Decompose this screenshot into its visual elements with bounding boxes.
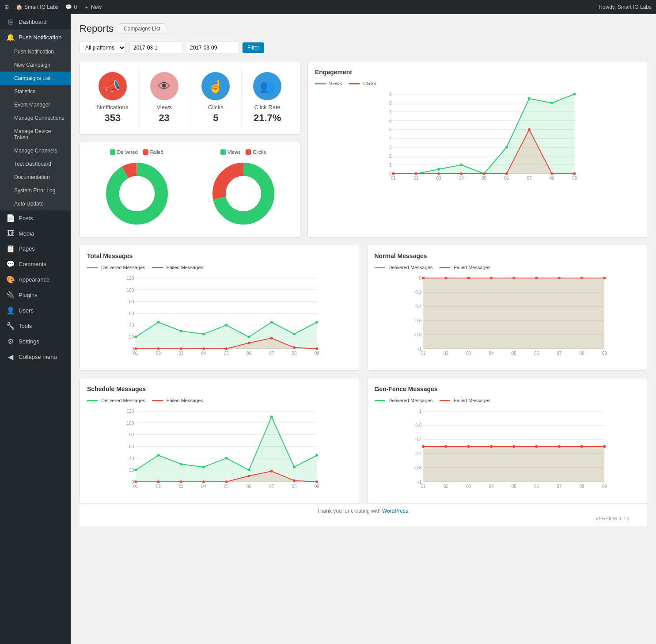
- notifications-icon: 📣: [99, 72, 127, 100]
- sidebar-item-campaigns-list[interactable]: Campaigns List: [0, 72, 71, 85]
- donut-delivered-legend: Delivered Failed: [87, 149, 186, 155]
- sidebar-item-collapse[interactable]: ◀ Collapse menu: [0, 349, 71, 365]
- click-rate-icon: 👥: [253, 72, 281, 100]
- svg-text:05: 05: [224, 351, 229, 356]
- donut-delivered: Delivered Failed: [87, 149, 186, 230]
- comments-icon: 💬: [6, 260, 15, 268]
- svg-point-86: [293, 333, 296, 335]
- sidebar-item-pages[interactable]: 📋 Pages: [0, 241, 71, 256]
- metric-notifications: 📣 Notifications 353: [87, 69, 139, 127]
- svg-text:08: 08: [579, 484, 584, 489]
- sidebar-item-dashboard[interactable]: ⊞ Dashboard: [0, 14, 71, 30]
- svg-point-2: [119, 176, 155, 211]
- svg-point-41: [505, 146, 508, 149]
- svg-point-170: [293, 466, 296, 469]
- site-name[interactable]: 🏠 Smart IO Labs: [16, 4, 58, 10]
- wordpress-link[interactable]: WordPress: [382, 508, 408, 514]
- sidebar-item-auto-update[interactable]: Auto Update: [0, 197, 71, 210]
- bell-icon: 🔔: [6, 33, 15, 42]
- sidebar-item-push-notification-parent[interactable]: 🔔 Push Notification: [0, 30, 71, 45]
- svg-point-97: [315, 347, 318, 350]
- sidebar-item-manage-connections[interactable]: Manage Connections: [0, 111, 71, 125]
- normal-messages-card: Normal Messages Delivered Messages Faile…: [367, 245, 648, 371]
- sidebar-item-posts[interactable]: 📄 Posts: [0, 210, 71, 226]
- sidebar-item-comments[interactable]: 💬 Comments: [0, 256, 71, 272]
- sidebar-item-media[interactable]: 🖼 Media: [0, 226, 71, 241]
- svg-point-131: [444, 277, 447, 279]
- version-label: VERSION 4.7.3: [88, 514, 638, 523]
- pages-icon: 📋: [6, 244, 15, 253]
- svg-point-38: [437, 168, 440, 171]
- svg-point-175: [180, 480, 182, 483]
- comment-count[interactable]: 💬 0: [65, 4, 77, 10]
- stats-section: 📣 Notifications 353 👁 Views 23 ☝ Clicks …: [80, 61, 647, 238]
- svg-text:02: 02: [443, 351, 448, 356]
- svg-point-81: [180, 330, 182, 332]
- svg-point-171: [315, 454, 318, 457]
- schedule-messages-title: Schedule Messages: [87, 385, 353, 392]
- sidebar-item-settings[interactable]: ⚙ Settings: [0, 334, 71, 349]
- sidebar-item-test-dashboard[interactable]: Test Dashboard: [0, 157, 71, 171]
- svg-text:03: 03: [178, 484, 184, 489]
- legend-clicks-donut: Clicks: [246, 149, 265, 155]
- svg-point-220: [535, 445, 538, 448]
- views-dot: [220, 149, 226, 155]
- sidebar-item-statistics[interactable]: Statistics: [0, 85, 71, 98]
- svg-point-92: [202, 347, 205, 350]
- svg-text:04: 04: [489, 351, 494, 356]
- clicks-icon: ☝: [201, 72, 230, 100]
- svg-text:09: 09: [572, 176, 577, 181]
- svg-point-215: [422, 445, 425, 448]
- svg-point-89: [134, 347, 137, 350]
- svg-point-83: [225, 324, 228, 327]
- wp-logo[interactable]: ⊞: [4, 4, 9, 10]
- svg-text:09: 09: [315, 484, 320, 489]
- sidebar-item-users[interactable]: 👤 Users: [0, 303, 71, 318]
- svg-text:01: 01: [421, 351, 426, 356]
- svg-point-96: [293, 346, 296, 349]
- date-from-input[interactable]: [129, 42, 182, 54]
- svg-text:-0.2: -0.2: [414, 290, 422, 295]
- svg-text:120: 120: [127, 276, 134, 281]
- svg-point-168: [248, 469, 250, 471]
- campaigns-list-button[interactable]: Campaigns List: [119, 23, 165, 34]
- engagement-card: Engagement Views Clicks 0123456789010203…: [307, 61, 647, 238]
- schedule-messages-card: Schedule Messages Delivered Messages Fai…: [80, 378, 360, 504]
- svg-point-50: [483, 172, 485, 175]
- sidebar-item-new-campaign[interactable]: New Campaign: [0, 58, 71, 72]
- svg-text:06: 06: [534, 351, 539, 356]
- sidebar: ⊞ Dashboard 🔔 Push Notification Push Not…: [0, 14, 71, 644]
- svg-point-49: [460, 172, 463, 175]
- sidebar-item-manage-device-token[interactable]: Manage Device Token: [0, 125, 71, 144]
- svg-point-51: [505, 172, 508, 175]
- metric-views: 👁 Views 23: [139, 69, 190, 127]
- sidebar-item-tools[interactable]: 🔧 Tools: [0, 318, 71, 334]
- new-content[interactable]: ＋ New: [84, 4, 102, 11]
- legend-delivered-geofence: Delivered Messages: [375, 398, 433, 403]
- svg-marker-162: [136, 417, 317, 482]
- date-to-input[interactable]: [186, 42, 239, 54]
- svg-point-90: [157, 347, 160, 350]
- sidebar-item-event-manager[interactable]: Event Manager: [0, 98, 71, 111]
- svg-point-84: [248, 335, 250, 338]
- svg-point-130: [422, 277, 425, 279]
- sidebar-item-plugins[interactable]: 🔌 Plugins: [0, 287, 71, 303]
- geofence-legend: Delivered Messages Failed Messages: [375, 398, 640, 403]
- sidebar-item-appearance[interactable]: 🎨 Appearance: [0, 272, 71, 287]
- engagement-legend: Views Clicks: [315, 81, 640, 86]
- sidebar-item-system-error-log[interactable]: System Error Log: [0, 184, 71, 197]
- sidebar-item-documentation[interactable]: Documentation: [0, 171, 71, 184]
- platform-filter[interactable]: All platforms: [80, 42, 126, 54]
- sidebar-item-push-notification[interactable]: Push Notification: [0, 45, 71, 58]
- svg-marker-35: [394, 94, 575, 174]
- svg-text:-0.8: -0.8: [414, 332, 422, 337]
- svg-point-136: [557, 277, 560, 279]
- filter-button[interactable]: Filter: [243, 42, 264, 53]
- svg-point-47: [415, 172, 417, 175]
- metric-cards: 📣 Notifications 353 👁 Views 23 ☝ Clicks …: [80, 61, 300, 135]
- sidebar-item-manage-channels[interactable]: Manage Channels: [0, 144, 71, 157]
- clicks-value: 5: [194, 112, 238, 124]
- svg-text:0.2: 0.2: [415, 437, 421, 442]
- svg-text:01: 01: [391, 176, 396, 181]
- donut-area: Delivered Failed: [80, 142, 300, 238]
